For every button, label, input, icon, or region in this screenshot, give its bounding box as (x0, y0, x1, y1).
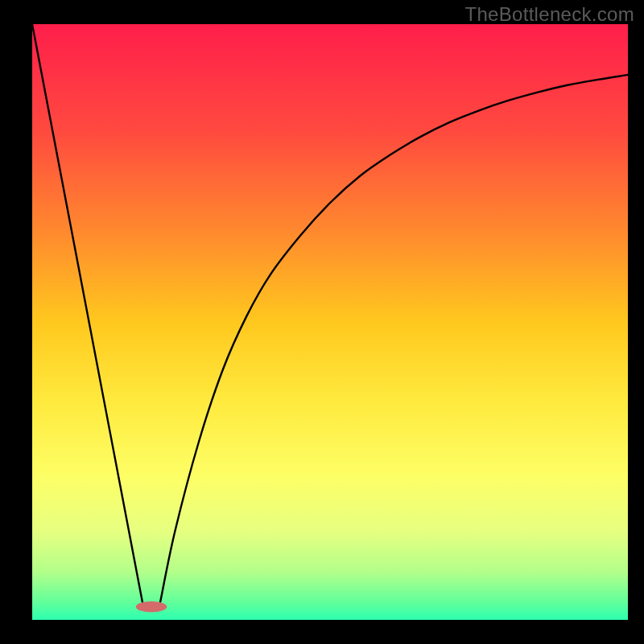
chart-frame: TheBottleneck.com (0, 0, 644, 644)
plot-background (32, 24, 628, 620)
bottleneck-chart (0, 0, 644, 644)
watermark-text: TheBottleneck.com (464, 3, 634, 26)
minimum-marker (136, 601, 167, 612)
